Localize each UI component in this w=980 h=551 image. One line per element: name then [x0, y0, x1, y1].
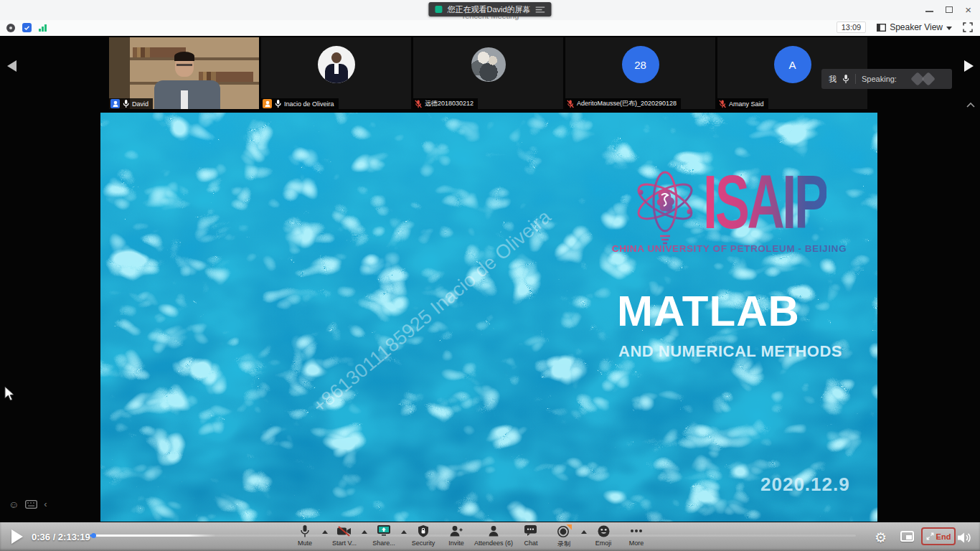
screen-share-status-icon [435, 6, 442, 13]
participant-video-yuande[interactable]: 远德2018030212 [413, 37, 563, 109]
mouse-cursor [4, 386, 14, 401]
atom-logo-icon [631, 167, 699, 248]
collapse-arrows-icon [926, 532, 934, 540]
participant-name: David [132, 100, 149, 108]
isaip-logo-block: ISAIP [631, 167, 850, 248]
playback-time: 0:36 / 2:13:19 [32, 532, 90, 542]
meeting-clock: 13:09 [837, 22, 867, 33]
thumbnails-scroll-left-arrow[interactable] [7, 60, 17, 72]
share-screen-button[interactable]: Share... [367, 524, 400, 547]
mute-options-caret[interactable] [321, 530, 328, 534]
meeting-statusbar [0, 20, 980, 36]
mute-button[interactable]: Mute [288, 524, 321, 547]
slide-date: 2020.12.9 [760, 474, 850, 496]
slide-subtitle: AND NUMERICAL METHODS [618, 342, 842, 361]
name-plate: AderitoMausse(巴布)_2020290128 [565, 98, 681, 109]
fullscreen-icon[interactable] [963, 22, 973, 32]
invite-person-icon [450, 525, 463, 537]
tray-emoji-icon[interactable]: ☺ [9, 499, 19, 509]
chat-bubble-icon [524, 525, 537, 537]
security-button[interactable]: Security [407, 524, 440, 547]
name-plate: Inacio de Oliveira [261, 98, 339, 109]
end-label: End [936, 532, 951, 541]
participant-video-inacio[interactable]: Inacio de Oliveira [261, 37, 411, 109]
picture-in-picture-icon[interactable] [900, 531, 914, 542]
close-icon[interactable]: × [965, 4, 971, 15]
video-camera-off-icon [337, 526, 352, 537]
start-video-button[interactable]: Start V... [328, 524, 361, 547]
avatar-initials: 28 [622, 46, 659, 83]
seek-knob[interactable] [91, 533, 96, 538]
view-mode-selector[interactable]: Speaker View [877, 22, 952, 32]
my-mic-icon [842, 75, 849, 84]
me-label: 我 [829, 74, 837, 85]
video-options-caret[interactable] [361, 530, 367, 534]
share-options-caret[interactable] [400, 530, 407, 534]
participant-video-david[interactable]: David [109, 37, 259, 109]
tray-chevron-left-icon[interactable]: ‹ [44, 499, 47, 509]
record-circle-icon [557, 524, 572, 537]
thumbnails-scroll-right-arrow[interactable] [964, 60, 974, 72]
tray-keyboard-icon[interactable] [25, 500, 37, 509]
play-button[interactable] [11, 529, 23, 544]
record-button[interactable]: 录制 [547, 524, 580, 549]
speaking-indicator-panel: 我 Speaking: [821, 69, 952, 89]
participant-name: Amany Said [729, 100, 764, 108]
name-plate: 远德2018030212 [413, 98, 478, 109]
speaker-avatar-ghost [921, 72, 936, 86]
university-name: CHINA UNIVERSITY OF PETROLEUM - BEIJING [612, 243, 847, 254]
avatar [471, 47, 506, 82]
slide-title: MATLAB [617, 286, 800, 336]
video-player-screen: Tencent Meeting 您正在观看David的屏幕 × 13:09 Sp… [0, 0, 980, 551]
maximize-icon[interactable] [946, 6, 953, 13]
cohost-badge-icon [263, 99, 272, 108]
meeting-toolbar: Mute Start V... Share... Security Invite [288, 524, 653, 549]
speaking-label: Speaking: [862, 75, 897, 83]
participant-thumbnails-strip: David Inacio de Oliveira 远德2018030212 28 [109, 37, 867, 109]
volume-icon[interactable] [958, 532, 973, 544]
chevron-down-icon [946, 27, 952, 30]
participant-name: Inacio de Oliveira [284, 100, 334, 108]
window-controls: × [925, 4, 971, 15]
avatar-initials: A [774, 46, 811, 83]
meeting-status-icons [6, 23, 47, 32]
speaker-view-icon [877, 24, 886, 32]
statusbar-right: 13:09 Speaker View [837, 22, 973, 33]
tooltip-text: 您正在观看David的屏幕 [447, 4, 530, 15]
mic-on-icon [275, 100, 281, 108]
end-meeting-button[interactable]: End [921, 527, 956, 545]
avatar [318, 46, 355, 83]
emoji-button[interactable]: Emoji [587, 524, 620, 547]
meeting-info-icon[interactable] [6, 24, 15, 32]
network-signal-icon[interactable] [39, 24, 47, 32]
video-player-bar: Mute Start V... Share... Security Invite [0, 522, 980, 551]
share-screen-icon [377, 525, 390, 537]
invite-button[interactable]: Invite [440, 524, 473, 547]
shared-screen-slide: ISAIP CHINA UNIVERSITY OF PETROLEUM - BE… [100, 113, 877, 522]
attendees-button[interactable]: Attendees (6) [473, 524, 514, 547]
more-button[interactable]: More [620, 524, 653, 547]
tooltip-menu-icon[interactable] [536, 6, 545, 13]
name-plate: David [109, 98, 153, 109]
collapse-thumbnails-chevron[interactable] [966, 102, 976, 108]
record-options-caret[interactable] [580, 530, 587, 534]
watching-screen-tooltip: 您正在观看David的屏幕 [428, 2, 551, 17]
more-dots-icon [630, 529, 643, 533]
window-titlebar: Tencent Meeting 您正在观看David的屏幕 × [0, 0, 980, 20]
security-shield-icon[interactable] [22, 23, 32, 32]
emoji-face-icon [598, 525, 610, 537]
system-tray-icons: ☺ ‹ [9, 499, 47, 509]
mic-muted-icon [567, 100, 574, 108]
name-plate: Amany Said [717, 98, 768, 109]
participant-video-aderito[interactable]: 28 AderitoMausse(巴布)_2020290128 [565, 37, 715, 109]
chat-button[interactable]: Chat [514, 524, 547, 547]
microphone-icon [301, 525, 309, 537]
settings-gear-icon[interactable]: ⚙ [875, 531, 887, 545]
mic-muted-icon [415, 100, 422, 108]
security-lock-shield-icon [418, 525, 428, 537]
minimize-icon[interactable] [925, 11, 933, 12]
mic-muted-icon [719, 100, 726, 108]
view-mode-label: Speaker View [890, 22, 943, 32]
isaip-wordmark: ISAIP [703, 167, 826, 239]
buffered-segment [90, 534, 216, 537]
